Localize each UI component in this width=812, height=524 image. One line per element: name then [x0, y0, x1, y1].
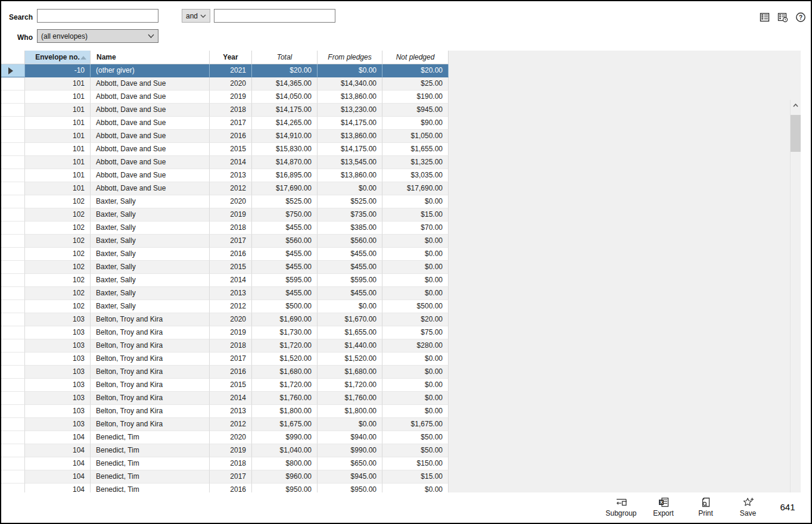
table-row[interactable]: 102 Baxter, Sally 2015 $455.00 $455.00 $…: [1, 261, 449, 274]
table-row[interactable]: 103 Belton, Troy and Kira 2014 $1,760.00…: [1, 392, 449, 405]
column-header-envelope-no[interactable]: Envelope no.: [25, 51, 91, 64]
row-selector-cell[interactable]: [1, 366, 25, 379]
column-header-from-pledges[interactable]: From pledges: [318, 51, 382, 64]
column-header-year[interactable]: Year: [210, 51, 252, 64]
table-row[interactable]: 103 Belton, Troy and Kira 2015 $1,720.00…: [1, 379, 449, 392]
table-row[interactable]: 103 Belton, Troy and Kira 2016 $1,680.00…: [1, 366, 449, 379]
cell-envelope-no: 102: [25, 248, 91, 261]
table-row[interactable]: 104 Benedict, Tim 2019 $1,040.00 $990.00…: [1, 444, 449, 457]
row-selector-cell[interactable]: [1, 143, 25, 156]
row-selector-cell[interactable]: [1, 235, 25, 248]
row-selector-cell[interactable]: [1, 117, 25, 130]
table-row[interactable]: 103 Belton, Troy and Kira 2018 $1,720.00…: [1, 339, 449, 353]
row-selector-cell[interactable]: [1, 431, 25, 444]
row-selector-cell[interactable]: [1, 274, 25, 287]
table-row[interactable]: 101 Abbott, Dave and Sue 2016 $14,910.00…: [1, 130, 449, 143]
row-selector-cell[interactable]: [1, 457, 25, 470]
table-row[interactable]: 101 Abbott, Dave and Sue 2019 $14,050.00…: [1, 91, 449, 104]
table-row[interactable]: -10 (other giver) 2021 $20.00 $0.00 $20.…: [1, 64, 449, 77]
table-row[interactable]: 103 Belton, Troy and Kira 2020 $1,690.00…: [1, 313, 449, 326]
row-selector-cell[interactable]: [1, 130, 25, 143]
cell-year: 2014: [210, 156, 252, 169]
row-selector-cell[interactable]: [1, 156, 25, 169]
cell-envelope-no: 101: [25, 182, 91, 195]
table-row[interactable]: 101 Abbott, Dave and Sue 2014 $14,870.00…: [1, 156, 449, 169]
row-selector-cell[interactable]: [1, 195, 25, 208]
table-row[interactable]: 101 Abbott, Dave and Sue 2018 $14,175.00…: [1, 104, 449, 117]
table-row[interactable]: 102 Baxter, Sally 2020 $525.00 $525.00 $…: [1, 195, 449, 208]
row-selector-cell[interactable]: [1, 182, 25, 195]
table-row[interactable]: 102 Baxter, Sally 2013 $455.00 $455.00 $…: [1, 287, 449, 300]
table-row[interactable]: 104 Benedict, Tim 2017 $960.00 $945.00 $…: [1, 470, 449, 484]
row-selector-cell[interactable]: [1, 91, 25, 104]
table-row[interactable]: 102 Baxter, Sally 2016 $455.00 $455.00 $…: [1, 248, 449, 261]
table-row[interactable]: 104 Benedict, Tim 2018 $800.00 $650.00 $…: [1, 457, 449, 470]
row-selector-cell[interactable]: [1, 64, 25, 77]
who-dropdown[interactable]: (all envelopes): [37, 29, 158, 43]
cell-total: $455.00: [252, 222, 318, 235]
bottom-toolbar: Subgroup X Export: [1, 492, 811, 522]
row-selector-cell[interactable]: [1, 104, 25, 117]
table-row[interactable]: 103 Belton, Troy and Kira 2012 $1,675.00…: [1, 418, 449, 431]
scrollbar-thumb[interactable]: [791, 115, 801, 152]
row-selector-cell[interactable]: [1, 313, 25, 326]
report-grid-icon[interactable]: [759, 11, 770, 23]
row-selector-cell[interactable]: [1, 392, 25, 405]
cell-name: Abbott, Dave and Sue: [91, 156, 210, 169]
column-header-not-pledged[interactable]: Not pledged: [382, 51, 449, 64]
row-selector-cell[interactable]: [1, 353, 25, 366]
cell-envelope-no: 103: [25, 326, 91, 339]
table-row[interactable]: 103 Belton, Troy and Kira 2019 $1,730.00…: [1, 326, 449, 339]
row-selector-cell[interactable]: [1, 444, 25, 457]
row-selector-cell[interactable]: [1, 169, 25, 182]
subgroup-button[interactable]: Subgroup: [600, 497, 642, 517]
cell-total: $960.00: [252, 470, 318, 484]
row-selector-cell[interactable]: [1, 77, 25, 91]
scroll-up-icon[interactable]: [791, 100, 801, 110]
row-selector-cell[interactable]: [1, 470, 25, 484]
row-selector-cell[interactable]: [1, 405, 25, 418]
export-icon: X: [658, 497, 670, 507]
table-header-row: Envelope no. Name Year Total From pledge…: [1, 51, 449, 64]
table-row[interactable]: 104 Benedict, Tim 2016 $950.00 $950.00 $…: [1, 484, 449, 492]
vertical-scrollbar[interactable]: [790, 100, 801, 492]
table-row[interactable]: 103 Belton, Troy and Kira 2017 $1,520.00…: [1, 353, 449, 366]
cell-from-pledges: $940.00: [318, 431, 382, 444]
row-selector-cell[interactable]: [1, 248, 25, 261]
row-selector-cell[interactable]: [1, 300, 25, 313]
table-row[interactable]: 101 Abbott, Dave and Sue 2020 $14,365.00…: [1, 77, 449, 91]
table-row[interactable]: 102 Baxter, Sally 2018 $455.00 $385.00 $…: [1, 222, 449, 235]
row-selector-cell[interactable]: [1, 418, 25, 431]
table-row[interactable]: 104 Benedict, Tim 2020 $990.00 $940.00 $…: [1, 431, 449, 444]
report-refresh-icon[interactable]: [777, 11, 788, 23]
row-selector-cell[interactable]: [1, 208, 25, 222]
column-header-name[interactable]: Name: [91, 51, 210, 64]
row-selector-cell[interactable]: [1, 484, 25, 492]
row-selector-cell[interactable]: [1, 339, 25, 353]
row-selector-cell[interactable]: [1, 326, 25, 339]
table-row[interactable]: 103 Belton, Troy and Kira 2013 $1,800.00…: [1, 405, 449, 418]
row-selector-cell[interactable]: [1, 222, 25, 235]
table-row[interactable]: 102 Baxter, Sally 2017 $560.00 $560.00 $…: [1, 235, 449, 248]
column-header-total[interactable]: Total: [252, 51, 318, 64]
row-selector-cell[interactable]: [1, 261, 25, 274]
save-button[interactable]: Save: [727, 497, 769, 517]
row-selector-cell[interactable]: [1, 287, 25, 300]
cell-year: 2018: [210, 457, 252, 470]
search-bar: Search and Who (all envelopes): [1, 1, 811, 51]
table-row[interactable]: 101 Abbott, Dave and Sue 2013 $16,895.00…: [1, 169, 449, 182]
export-button[interactable]: X Export: [642, 497, 685, 517]
table-row[interactable]: 101 Abbott, Dave and Sue 2012 $17,690.00…: [1, 182, 449, 195]
help-icon[interactable]: ?: [795, 11, 806, 23]
table-row[interactable]: 102 Baxter, Sally 2019 $750.00 $735.00 $…: [1, 208, 449, 222]
table-row[interactable]: 101 Abbott, Dave and Sue 2015 $15,830.00…: [1, 143, 449, 156]
search-operator-dropdown[interactable]: and: [182, 9, 210, 23]
table-row[interactable]: 102 Baxter, Sally 2012 $500.00 $0.00 $50…: [1, 300, 449, 313]
print-button[interactable]: Print: [685, 497, 727, 517]
table-row[interactable]: 101 Abbott, Dave and Sue 2017 $14,265.00…: [1, 117, 449, 130]
search-label: Search: [9, 13, 33, 21]
search-input-2[interactable]: [214, 9, 335, 23]
search-input-1[interactable]: [37, 9, 158, 23]
table-row[interactable]: 102 Baxter, Sally 2014 $595.00 $595.00 $…: [1, 274, 449, 287]
row-selector-cell[interactable]: [1, 379, 25, 392]
